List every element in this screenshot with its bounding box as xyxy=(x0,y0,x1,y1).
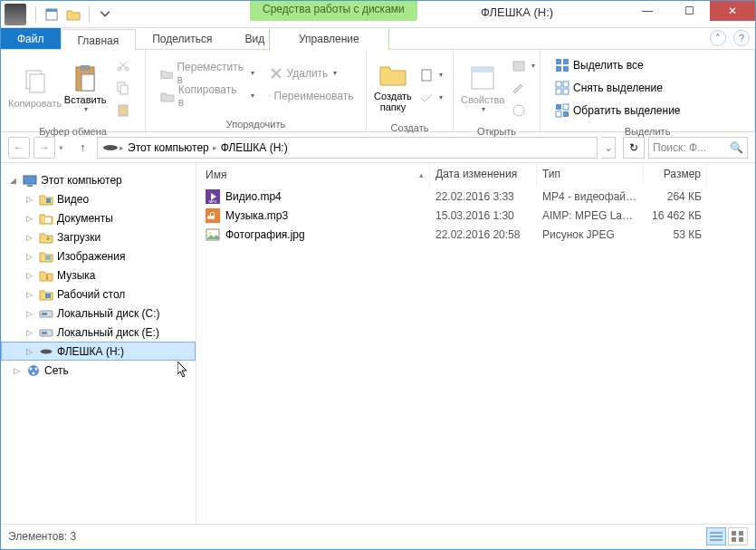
expand-icon[interactable]: ▷ xyxy=(26,309,35,318)
refresh-button[interactable]: ↻ xyxy=(623,137,645,159)
copy-path-button[interactable] xyxy=(112,78,134,98)
history-dropdown[interactable]: ▾ xyxy=(59,143,68,152)
tree-network[interactable]: ▷ Сеть xyxy=(1,361,196,380)
back-button[interactable]: ← xyxy=(8,137,30,159)
tree-item[interactable]: ▷Загрузки xyxy=(1,227,196,246)
col-size[interactable]: Размер xyxy=(644,163,707,187)
tree-label: Этот компьютер xyxy=(41,174,122,187)
paste-shortcut-button[interactable] xyxy=(112,101,134,121)
status-bar: Элементов: 3 xyxy=(1,524,755,547)
col-type[interactable]: Тип xyxy=(537,163,644,187)
title-bar: Средства работы с дисками ФЛЕШКА (H:) — … xyxy=(1,1,755,27)
minimize-button[interactable]: — xyxy=(627,1,668,21)
svg-rect-35 xyxy=(45,256,51,260)
edit-button[interactable] xyxy=(508,78,539,98)
close-button[interactable]: ✕ xyxy=(710,1,755,21)
icons-view-button[interactable] xyxy=(728,527,748,545)
col-date[interactable]: Дата изменения xyxy=(430,163,537,187)
folder-icon xyxy=(39,230,53,245)
svg-point-41 xyxy=(41,349,53,353)
maximize-button[interactable]: ☐ xyxy=(668,1,710,21)
open-button[interactable]: ▾ xyxy=(508,55,539,75)
tab-home[interactable]: Главная xyxy=(61,29,137,50)
ribbon-collapse-icon[interactable]: ˄ xyxy=(710,30,726,46)
help-icon[interactable]: ? xyxy=(733,30,750,46)
tab-manage[interactable]: Управление xyxy=(269,28,389,50)
tree-item[interactable]: ▷Локальный диск (E:) xyxy=(1,323,196,342)
details-view-button[interactable] xyxy=(706,527,726,545)
sort-indicator: ▴ xyxy=(419,170,424,179)
select-none-button[interactable]: Снять выделение xyxy=(551,78,684,98)
group-open: Свойства ▾ ▾ Открыть xyxy=(454,50,541,131)
file-date: 15.03.2016 1:30 xyxy=(430,209,537,222)
svg-point-43 xyxy=(30,367,33,370)
qat-properties-button[interactable] xyxy=(42,5,62,24)
rename-button[interactable]: Переименовать xyxy=(265,86,358,106)
svg-rect-19 xyxy=(563,59,569,64)
properties-button[interactable]: Свойства ▾ xyxy=(461,55,504,121)
delete-button[interactable]: Удалить▾ xyxy=(265,63,358,83)
file-row[interactable]: Музыка.mp315.03.2016 1:30AIMP: MPEG Laye… xyxy=(196,206,755,225)
expand-icon[interactable]: ▷ xyxy=(26,328,35,337)
expand-icon[interactable]: ▷ xyxy=(26,195,35,204)
system-menu-icon[interactable] xyxy=(5,4,26,25)
tree-item[interactable]: ▷Изображения xyxy=(1,246,196,265)
col-name[interactable]: Имя▴ xyxy=(196,163,430,187)
tab-file[interactable]: Файл xyxy=(1,28,61,49)
expand-icon[interactable]: ▷ xyxy=(26,347,35,356)
easy-access-button[interactable]: ▾ xyxy=(416,88,446,108)
tree-item[interactable]: ▷Рабочий стол xyxy=(1,285,196,304)
history-button[interactable] xyxy=(508,101,539,121)
ribbon-tabs: Файл Главная Поделиться Вид Управление ˄… xyxy=(1,27,755,49)
qat-separator xyxy=(89,6,90,23)
forward-button[interactable]: → xyxy=(33,137,55,159)
item-count: Элементов: 3 xyxy=(8,530,76,543)
file-row[interactable]: MP4Видио.mp422.02.2016 3:33MP4 - видеофа… xyxy=(196,187,755,206)
new-folder-button[interactable]: Создать папку xyxy=(374,53,412,119)
group-organize-label: Упорядочить xyxy=(146,119,366,131)
file-icon xyxy=(206,227,220,242)
group-select: Выделить все Снять выделение Обратить вы… xyxy=(541,50,755,131)
breadcrumb-segment[interactable]: ФЛЕШКА (H:) xyxy=(217,141,292,154)
expand-icon[interactable]: ▷ xyxy=(26,271,35,280)
files-pane: Имя▴ Дата изменения Тип Размер MP4Видио.… xyxy=(196,163,755,524)
move-to-button[interactable]: Переместить в▾ xyxy=(157,63,258,83)
file-row[interactable]: Фотография.jpg22.02.2016 20:58Рисунок JP… xyxy=(196,225,755,244)
search-box[interactable]: Поиск: Ф... 🔍 xyxy=(648,137,748,159)
tab-share[interactable]: Поделиться xyxy=(136,28,228,49)
expand-icon[interactable]: ▷ xyxy=(26,252,35,261)
svg-rect-11 xyxy=(119,105,128,116)
svg-rect-22 xyxy=(556,82,561,87)
address-bar[interactable]: ▸ Этот компьютер ▸ ФЛЕШКА (H:) xyxy=(97,137,598,159)
cut-button[interactable] xyxy=(112,55,134,75)
expand-icon[interactable]: ▷ xyxy=(26,290,35,299)
paste-button[interactable]: Вставить ▾ xyxy=(62,55,109,121)
collapse-icon[interactable]: ◢ xyxy=(10,176,19,185)
tree-item[interactable]: ▷Музыка xyxy=(1,265,196,285)
new-item-button[interactable]: ▾ xyxy=(416,65,446,85)
folder-icon xyxy=(39,211,53,226)
expand-icon[interactable]: ▷ xyxy=(26,233,35,242)
ribbon-help: ˄ ? xyxy=(710,30,750,46)
expand-icon[interactable]: ▷ xyxy=(14,366,23,375)
search-icon: 🔍 xyxy=(730,141,743,154)
address-dropdown[interactable]: ⌄ xyxy=(601,137,616,159)
select-all-button[interactable]: Выделить все xyxy=(551,55,684,75)
copy-button[interactable]: Копировать xyxy=(8,55,62,121)
breadcrumb-segment[interactable]: Этот компьютер xyxy=(124,141,213,154)
invert-selection-button[interactable]: Обратить выделение xyxy=(551,101,684,121)
svg-rect-58 xyxy=(739,537,743,542)
qat-dropdown-button[interactable] xyxy=(95,5,115,24)
expand-icon[interactable]: ▷ xyxy=(26,214,35,223)
up-button[interactable]: ↑ xyxy=(72,137,93,159)
svg-rect-57 xyxy=(732,537,736,542)
tree-label: ФЛЕШКА (H:) xyxy=(57,345,124,358)
tree-item[interactable]: ▷Документы xyxy=(1,208,196,227)
tree-item[interactable]: ▷Локальный диск (C:) xyxy=(1,304,196,323)
qat-new-folder-button[interactable] xyxy=(63,5,83,24)
tree-item[interactable]: ▷Видео xyxy=(1,189,196,208)
folder-icon xyxy=(39,306,53,321)
copy-to-button[interactable]: Копировать в▾ xyxy=(157,86,258,106)
tree-item[interactable]: ▷ФЛЕШКА (H:) xyxy=(1,342,196,361)
tree-this-pc[interactable]: ◢ Этот компьютер xyxy=(1,170,196,189)
